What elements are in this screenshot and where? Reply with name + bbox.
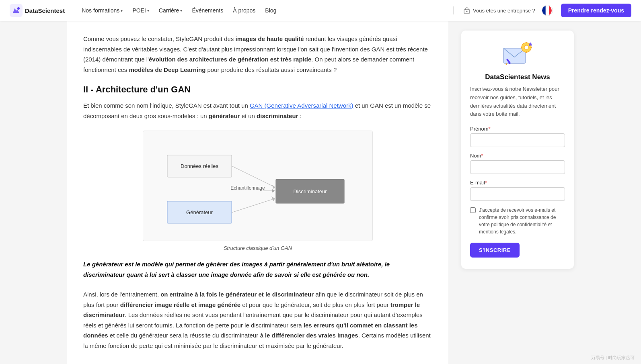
svg-text:Données réelles: Données réelles bbox=[181, 163, 218, 169]
newsletter-icon-wrap bbox=[470, 40, 565, 68]
consent-text: J'accepte de recevoir vos e-mails et con… bbox=[479, 207, 565, 235]
svg-point-1 bbox=[17, 7, 20, 10]
blockquote: Le générateur est le modèle qui permet d… bbox=[83, 259, 432, 280]
watermark: 万易号 | 时尚玩家岳可 bbox=[591, 355, 635, 361]
nav-links: Nos formations ▾ POEI ▾ Carrière ▾ Événe… bbox=[78, 5, 447, 16]
sidebar-news-title: DataScientest News bbox=[470, 73, 565, 81]
chevron-down-icon: ▾ bbox=[147, 8, 149, 13]
logo-link[interactable]: DataScientest bbox=[10, 4, 65, 17]
french-flag-icon bbox=[542, 5, 553, 16]
nav-item-formations[interactable]: Nos formations ▾ bbox=[78, 5, 127, 16]
svg-line-11 bbox=[232, 166, 275, 187]
svg-marker-14 bbox=[271, 196, 275, 201]
diagram-container: Données réelles Générateur Discriminateu… bbox=[83, 131, 432, 251]
diagram-caption: Structure classique d'un GAN bbox=[224, 245, 292, 251]
consent-checkbox[interactable] bbox=[470, 207, 476, 213]
svg-marker-12 bbox=[272, 184, 275, 189]
nav-divider bbox=[453, 6, 454, 14]
nav-item-poei[interactable]: POEI ▾ bbox=[128, 5, 153, 16]
svg-rect-0 bbox=[10, 4, 23, 17]
main-content: Comme vous pouvez le constater, StyleGAN… bbox=[67, 21, 448, 364]
enterprise-link[interactable]: Vous êtes une entreprise ? bbox=[460, 7, 538, 14]
svg-text:Générateur: Générateur bbox=[186, 209, 213, 215]
svg-point-22 bbox=[526, 51, 527, 53]
checkbox-row: J'accepte de recevoir vos e-mails et con… bbox=[470, 207, 565, 235]
svg-text:Discriminateur: Discriminateur bbox=[293, 188, 327, 194]
gan-link[interactable]: GAN (Generative Adversarial Network) bbox=[250, 102, 353, 109]
enterprise-icon bbox=[463, 7, 470, 14]
sidebar: DataScientest News Inscrivez-vous à notr… bbox=[461, 21, 574, 364]
svg-marker-17 bbox=[272, 189, 275, 192]
language-flag[interactable] bbox=[542, 5, 553, 16]
svg-point-24 bbox=[530, 47, 532, 48]
cta-button[interactable]: Prendre rendez-vous bbox=[561, 4, 631, 17]
svg-line-13 bbox=[232, 198, 275, 213]
prenom-label: Prénom* bbox=[470, 126, 565, 132]
nav-item-evenements[interactable]: Événements bbox=[188, 5, 227, 16]
gan-diagram: Données réelles Générateur Discriminateu… bbox=[159, 139, 356, 231]
section-heading: II - Architecture d'un GAN bbox=[83, 84, 432, 95]
email-input[interactable] bbox=[470, 187, 565, 201]
newsletter-icon bbox=[501, 40, 534, 68]
subscribe-button[interactable]: S'INSCRIRE bbox=[470, 243, 520, 258]
chevron-down-icon: ▾ bbox=[180, 8, 182, 13]
svg-point-3 bbox=[466, 11, 468, 12]
nom-label: Nom* bbox=[470, 153, 565, 159]
sidebar-news-desc: Inscrivez-vous à notre Newsletter pour r… bbox=[470, 85, 565, 119]
page-wrapper: Comme vous pouvez le constater, StyleGAN… bbox=[59, 21, 582, 364]
logo-icon bbox=[10, 4, 23, 17]
chevron-down-icon: ▾ bbox=[121, 8, 123, 13]
nav-item-apropos[interactable]: À propos bbox=[229, 5, 259, 16]
logo-text: DataScientest bbox=[25, 7, 65, 14]
bottom-paragraph: Ainsi, lors de l'entrainement, on entrai… bbox=[83, 289, 432, 351]
nav-item-carriere[interactable]: Carrière ▾ bbox=[155, 5, 187, 16]
intro-paragraph: Comme vous pouvez le constater, StyleGAN… bbox=[83, 34, 432, 75]
nav-item-blog[interactable]: Blog bbox=[261, 5, 280, 16]
navbar: DataScientest Nos formations ▾ POEI ▾ Ca… bbox=[0, 0, 641, 21]
nom-input[interactable] bbox=[470, 160, 565, 174]
svg-point-23 bbox=[521, 47, 522, 48]
svg-text:Echantillonnage: Echantillonnage bbox=[230, 185, 265, 191]
svg-point-21 bbox=[526, 42, 527, 43]
prenom-input[interactable] bbox=[470, 133, 565, 147]
section-paragraph: Et bien comme son nom l'indique, StyleGA… bbox=[83, 100, 432, 121]
diagram-svg: Données réelles Générateur Discriminateu… bbox=[143, 131, 373, 241]
svg-point-20 bbox=[524, 45, 528, 49]
email-label: E-mail* bbox=[470, 180, 565, 186]
newsletter-card: DataScientest News Inscrivez-vous à notr… bbox=[461, 31, 574, 269]
